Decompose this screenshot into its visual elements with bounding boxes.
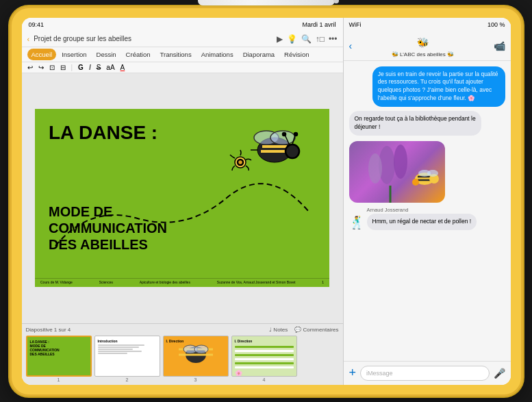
search-icon[interactable]: 🔍 xyxy=(301,34,312,44)
msg-wifi: WiFi xyxy=(349,21,362,28)
footer-subject: Sciences xyxy=(99,280,113,284)
play-icon[interactable]: ▶ xyxy=(277,34,283,44)
thumb-img-2[interactable]: Introduction xyxy=(94,336,160,377)
thumbnail-bar: Diapositive 1 sur 4 ♩ Notes 💬 Commentair… xyxy=(26,327,339,333)
msg-row-arnaud: 🕺 Arnaud Josserand Hmm, un régal de nect… xyxy=(349,207,505,230)
msg-statusbar: WiFi 100 % xyxy=(344,18,511,32)
notes-button[interactable]: ♩ Notes xyxy=(269,327,288,333)
svg-point-27 xyxy=(427,170,438,177)
thumb-img-1[interactable]: LA DANSE :MODE DECOMMUNICATIONDES ABEILL… xyxy=(26,336,92,377)
back-button[interactable]: ‹ xyxy=(27,35,30,43)
thumbnail-4[interactable]: I. Direction 🌸 xyxy=(231,336,297,382)
msg-text-arnaud: Hmm, un régal de nectar et de pollen ! xyxy=(367,214,477,230)
msg-avatar-bee: 🐝 xyxy=(414,34,431,51)
msg-video-button[interactable]: 📹 xyxy=(494,40,505,51)
msg-sender-name: Arnaud Josserand xyxy=(367,207,477,213)
msg-text-received-1: On regarde tout ça à la bibliothèque pen… xyxy=(349,111,482,136)
keynote-thumbnails: Diapositive 1 sur 4 ♩ Notes 💬 Commentair… xyxy=(22,323,343,385)
strikethrough-button[interactable]: S xyxy=(97,64,101,71)
text-color-button[interactable]: A xyxy=(121,64,125,71)
keynote-toolbar: ‹ Projet de groupe sur les abeilles ▶ 💡 … xyxy=(22,32,343,47)
footer-left: Cours de M. Vidange xyxy=(40,280,73,284)
format-bar: ↩ ↪ ⊡ ⊟ | G I S aA A xyxy=(22,62,343,73)
menu-insertion[interactable]: Insertion xyxy=(58,49,90,60)
svg-point-8 xyxy=(294,133,297,136)
slide-subtitle: MODE DE COMMUNICATION DES ABEILLES xyxy=(49,203,167,253)
document-title: Projet de groupe sur les abeilles xyxy=(34,35,272,42)
msg-bubble-received-1: On regarde tout ça à la bibliothèque pen… xyxy=(349,111,482,136)
messages-panel: WiFi 100 % ‹ 🐝 🐝 L'ABC des abeilles 🐝 📹 xyxy=(344,18,511,385)
thumbnail-3[interactable]: I. Direction 3 xyxy=(163,336,229,382)
messages-body: Je suis en train de revoir la partie sur… xyxy=(344,61,511,361)
menu-animations[interactable]: Animations xyxy=(197,49,238,60)
bulb-icon[interactable]: 💡 xyxy=(287,34,297,44)
keynote-panel: 09:41 Mardi 1 avril ‹ Projet de groupe s… xyxy=(22,18,344,385)
thumb-num-2: 2 xyxy=(126,377,129,382)
menu-revision[interactable]: Révision xyxy=(280,49,313,60)
footer-course: Apiculture et biologie des abeilles xyxy=(140,280,190,284)
slide-view: LA DANSE : MODE DE COMMUNICATION DES ABE… xyxy=(35,109,329,287)
msg-back-button[interactable]: ‹ xyxy=(349,40,353,51)
thumb-img-4[interactable]: I. Direction 🌸 xyxy=(231,336,297,377)
msg-mic-button[interactable]: 🎤 xyxy=(494,368,505,379)
msg-avatar-arnaud: 🕺 xyxy=(349,215,364,230)
keynote-date: Mardi 1 avril xyxy=(302,21,335,28)
msg-header-center: 🐝 🐝 L'ABC des abeilles 🐝 xyxy=(355,34,490,58)
msg-header: ‹ 🐝 🐝 L'ABC des abeilles 🐝 📹 xyxy=(344,32,511,61)
footer-page: 1 xyxy=(322,280,324,284)
menu-accueil[interactable]: Accueil xyxy=(27,49,57,60)
thumb4-content: I. Direction 🌸 xyxy=(235,339,294,377)
thumbnail-2[interactable]: Introduction 2 xyxy=(94,336,160,382)
svg-point-17 xyxy=(194,345,208,353)
msg-plus-button[interactable]: + xyxy=(349,366,357,380)
format-button[interactable]: ⊡ xyxy=(49,64,55,71)
share-icon[interactable]: ↑□ xyxy=(316,34,325,44)
back-chevron-icon: ‹ xyxy=(27,35,30,43)
ipad-device: 09:41 Mardi 1 avril ‹ Projet de groupe s… xyxy=(10,6,523,397)
msg-input-field[interactable]: iMessage xyxy=(360,366,489,381)
undo-button[interactable]: ↩ xyxy=(27,64,33,71)
apple-pencil xyxy=(198,0,335,5)
msg-bubble-sent-1: Je suis en train de revoir la partie sur… xyxy=(372,66,505,108)
keynote-menubar: Accueil Insertion Dessin Création Transi… xyxy=(22,47,343,62)
msg-avatar-group: 🐝 xyxy=(414,34,431,51)
svg-point-28 xyxy=(412,179,419,186)
msg-input-placeholder: iMessage xyxy=(366,370,393,377)
thumb-num-1: 1 xyxy=(58,377,60,382)
more-icon[interactable]: ••• xyxy=(329,34,338,44)
msg-text-sent-1: Je suis en train de revoir la partie sur… xyxy=(372,66,505,108)
menu-dessin[interactable]: Dessin xyxy=(92,49,121,60)
bee-photo-bg xyxy=(349,141,445,203)
menu-diaporama[interactable]: Diaporama xyxy=(239,49,279,60)
redo-button[interactable]: ↪ xyxy=(38,64,44,71)
keynote-main: LA DANSE : MODE DE COMMUNICATION DES ABE… xyxy=(22,73,343,323)
thumb-img-3[interactable]: I. Direction xyxy=(163,336,229,377)
comments-button[interactable]: 💬 Commentaires xyxy=(294,327,338,333)
svg-point-20 xyxy=(368,153,382,184)
footer-authors: Suzanne de Vos, Arnaud Josserand et Simo… xyxy=(217,280,296,284)
keynote-statusbar: 09:41 Mardi 1 avril xyxy=(22,18,343,32)
separator: | xyxy=(71,64,73,71)
svg-point-10 xyxy=(283,133,286,136)
thumb-num-3: 3 xyxy=(194,377,197,382)
msg-group-name: 🐝 L'ABC des abeilles 🐝 xyxy=(392,51,454,58)
slide-title: LA DANSE : xyxy=(49,123,157,144)
keynote-time: 09:41 xyxy=(29,21,45,28)
menu-creation[interactable]: Création xyxy=(122,49,155,60)
slide-footer: Cours de M. Vidange Sciences Apiculture … xyxy=(35,278,329,284)
thumb2-content: Introduction xyxy=(98,339,157,354)
svg-point-6 xyxy=(286,145,299,158)
slide-count: Diapositive 1 sur 4 xyxy=(26,327,71,333)
msg-input-row: + iMessage 🎤 xyxy=(344,361,511,385)
thumb-num-4: 4 xyxy=(263,377,266,382)
menu-transitions[interactable]: Transitions xyxy=(156,49,196,60)
msg-bubble-image xyxy=(349,140,445,203)
thumbnail-1[interactable]: LA DANSE :MODE DECOMMUNICATIONDES ABEILL… xyxy=(26,336,92,382)
bold-button[interactable]: G xyxy=(78,64,84,71)
format-icon-2[interactable]: ⊟ xyxy=(60,64,66,71)
italic-button[interactable]: I xyxy=(89,64,91,71)
toolbar-icons: ▶ 💡 🔍 ↑□ ••• xyxy=(277,34,338,44)
msg-bubble-arnaud: Arnaud Josserand Hmm, un régal de nectar… xyxy=(367,207,477,230)
thumbnails-row: LA DANSE :MODE DECOMMUNICATIONDES ABEILL… xyxy=(26,336,339,382)
size-button[interactable]: aA xyxy=(106,64,114,71)
